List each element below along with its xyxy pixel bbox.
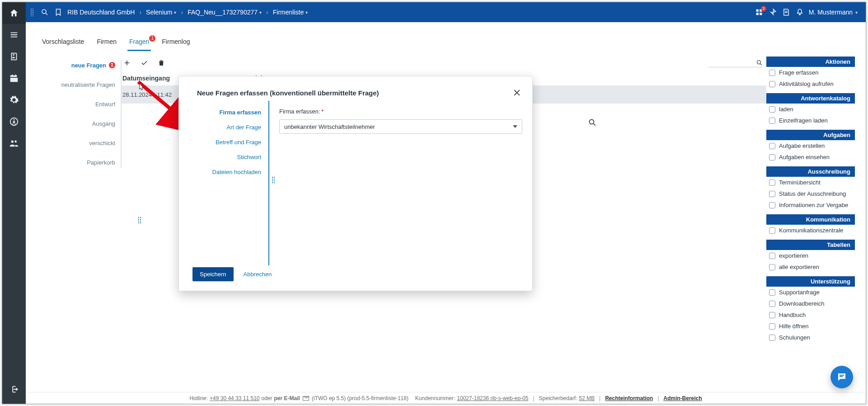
home-icon[interactable]: [2, 2, 26, 24]
action-aktivitaetslog[interactable]: Aktivitätslog aufrufen: [766, 78, 855, 90]
trash-icon[interactable]: [157, 58, 166, 67]
group-unterstuetzung: Unterstützung: [766, 276, 855, 287]
dialog-steps: Firma erfassen Art der Frage Betreff und…: [179, 101, 269, 265]
check-icon[interactable]: [140, 58, 149, 67]
accessibility-icon[interactable]: [2, 111, 26, 132]
footer-per-email[interactable]: per E-Mail: [274, 395, 300, 401]
action-icon: [769, 81, 775, 87]
svg-rect-6: [760, 13, 762, 15]
action-handbuch[interactable]: Handbuch: [766, 309, 855, 321]
action-einzelfragen-laden[interactable]: Einzelfragen laden: [766, 115, 855, 126]
step-dateien-hochladen[interactable]: Dateien hochladen: [212, 169, 261, 175]
action-aufgabe-erstellen[interactable]: Aufgabe erstellen: [766, 140, 855, 151]
table-search[interactable]: [708, 58, 763, 67]
action-kommunikationszentrale[interactable]: Kommunikationszentrale: [766, 225, 855, 236]
firma-erfassen-select[interactable]: unbekannter Wirtschaftsteilnehmer: [279, 119, 522, 134]
contacts-icon[interactable]: [2, 46, 26, 67]
action-icon: [769, 227, 775, 234]
bookmark-icon[interactable]: [54, 8, 63, 17]
action-exportieren[interactable]: exportieren: [766, 250, 855, 261]
tab-vorschlagsliste[interactable]: Vorschlagsliste: [41, 38, 85, 51]
breadcrumb-item[interactable]: Firmenliste▾: [273, 9, 308, 16]
pin-icon[interactable]: [768, 8, 777, 17]
action-icon: [769, 202, 775, 208]
subtab-entwurf[interactable]: Entwurf: [95, 99, 115, 109]
step-firma-erfassen[interactable]: Firma erfassen: [220, 109, 262, 116]
footer-kd[interactable]: 10027-18236 rib-s-web-ep-05: [457, 395, 528, 401]
apps-badge: 3: [761, 6, 766, 11]
action-alle-exportieren[interactable]: alle exportieren: [766, 261, 855, 273]
keyword-search-icon[interactable]: [588, 118, 598, 128]
search-icon[interactable]: [40, 8, 49, 17]
breadcrumb: RIB Deutschland GmbH › Selenium▾ › FAQ_N…: [67, 9, 308, 16]
user-menu[interactable]: M. Mustermann▾: [809, 9, 858, 16]
group-aufgaben: Aufgaben: [766, 130, 855, 140]
footer-admin[interactable]: Admin-Bereich: [663, 395, 702, 401]
action-schulungen[interactable]: Schulungen: [766, 332, 855, 343]
footer-sp[interactable]: 52 MB: [579, 395, 595, 401]
subtab-verschickt[interactable]: verschickt: [89, 138, 115, 148]
step-stichwort[interactable]: Stichwort: [237, 154, 261, 161]
breadcrumb-item[interactable]: Selenium▾: [146, 9, 176, 16]
action-frage-erfassen[interactable]: Frage erfassen: [766, 67, 855, 78]
table-search-input[interactable]: [708, 58, 756, 67]
action-supportanfrage[interactable]: Supportanfrage: [766, 287, 855, 298]
resize-handle-icon[interactable]: [272, 176, 275, 184]
new-question-dialog: Neue Fragen erfassen (konventionell über…: [178, 76, 533, 291]
drag-handle-icon[interactable]: [30, 8, 34, 16]
footer-phone[interactable]: +49 30 44 33 11 510: [210, 395, 259, 401]
svg-point-8: [589, 119, 594, 124]
footer-sp-label: Speicherbedarf:: [539, 395, 577, 401]
resize-handle-icon[interactable]: [138, 217, 141, 224]
tab-firmenlog[interactable]: Firmenlog: [161, 38, 191, 51]
step-betreff-und-frage[interactable]: Betreff und Frage: [216, 139, 261, 146]
subtab-ausgang[interactable]: Ausgang: [92, 118, 115, 129]
breadcrumb-item[interactable]: RIB Deutschland GmbH: [67, 9, 135, 16]
logout-icon[interactable]: [2, 378, 26, 400]
svg-rect-3: [756, 9, 759, 12]
gear-icon[interactable]: [2, 89, 26, 111]
footer-hotline-label: Hotline:: [189, 395, 208, 401]
group-aktionen: Aktionen: [766, 57, 855, 67]
action-info-vergabe[interactable]: Informationen zur Vergabe: [766, 199, 855, 211]
apps-icon[interactable]: 3: [755, 8, 764, 17]
action-hilfe-oeffnen[interactable]: Hilfe öffnen: [766, 321, 855, 332]
svg-point-7: [757, 60, 760, 64]
search-icon[interactable]: [756, 59, 763, 67]
note-icon[interactable]: [782, 8, 791, 17]
action-icon: [769, 301, 775, 307]
action-aufgaben-einsehen[interactable]: Aufgaben einsehen: [766, 151, 855, 163]
left-nav-rail: [2, 2, 26, 404]
action-icon: [769, 264, 775, 270]
subtab-neue-fragen[interactable]: neue Fragen1: [71, 60, 115, 71]
mail-icon: [303, 396, 309, 401]
subtab-papierkorb[interactable]: Papierkorb: [87, 157, 115, 168]
cancel-button[interactable]: Abbrechen: [241, 270, 275, 278]
calendar-icon[interactable]: [2, 67, 26, 89]
select-value: unbekannter Wirtschaftsteilnehmer: [284, 123, 375, 130]
subtab-neutralisierte[interactable]: neutralisierte Fragen: [61, 80, 115, 90]
tab-fragen[interactable]: Fragen1: [128, 38, 150, 51]
action-status-ausschreibung[interactable]: Status der Ausschreibung: [766, 188, 855, 199]
tab-firmen[interactable]: Firmen: [96, 38, 117, 51]
action-icon: [769, 154, 775, 161]
svg-point-2: [42, 9, 46, 14]
list-icon[interactable]: [2, 24, 26, 46]
breadcrumb-item[interactable]: FAQ_Neu__1732790277▾: [188, 9, 262, 16]
chat-fab[interactable]: [830, 366, 853, 388]
table-toolbar: [122, 57, 766, 70]
action-laden[interactable]: laden: [766, 104, 855, 115]
actions-panel: Aktionen Frage erfassen Aktivitätslog au…: [766, 57, 855, 343]
group-ausschreibung: Ausschreibung: [766, 166, 855, 177]
bell-icon[interactable]: [795, 8, 804, 17]
action-terminuebersicht[interactable]: Terminübersicht: [766, 177, 855, 188]
action-downloadbereich[interactable]: Downloadbereich: [766, 298, 855, 309]
save-button[interactable]: Speichern: [192, 267, 234, 281]
footer-legal[interactable]: Rechteinformation: [605, 395, 653, 401]
group-tabellen: Tabellen: [766, 240, 855, 250]
add-icon[interactable]: [122, 58, 131, 67]
people-icon[interactable]: [2, 132, 26, 154]
footer-system: (iTWO ep 5.5) (prod-5.5-firmenliste-118): [312, 395, 408, 401]
step-art-der-frage[interactable]: Art der Frage: [226, 124, 261, 131]
close-icon[interactable]: [512, 88, 521, 97]
